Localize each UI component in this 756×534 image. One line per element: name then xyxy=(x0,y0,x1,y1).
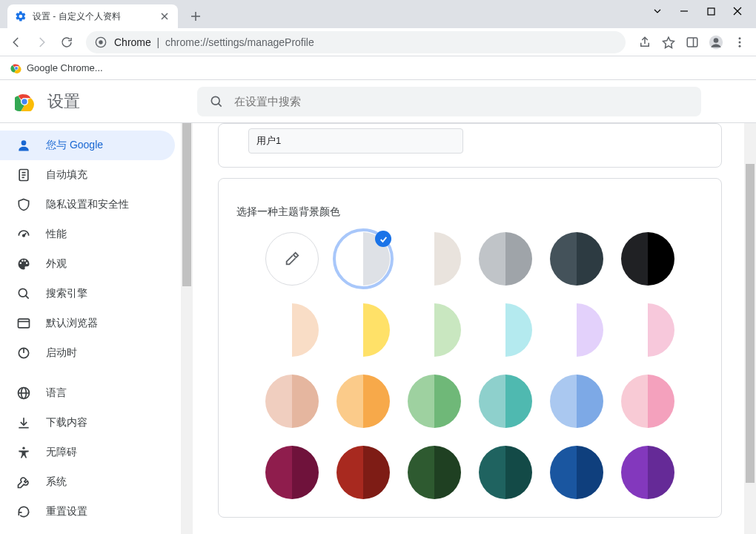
svg-rect-11 xyxy=(687,38,697,47)
bookmark-item[interactable]: Google Chrome... xyxy=(10,62,103,74)
forward-button[interactable] xyxy=(31,32,52,53)
profile-avatar-icon[interactable] xyxy=(706,32,726,53)
theme-section-title: 选择一种主题背景颜色 xyxy=(236,205,703,219)
svg-rect-35 xyxy=(19,319,30,328)
sidebar-item-label: 启动时 xyxy=(46,346,77,360)
download-icon xyxy=(16,415,31,430)
reload-button[interactable] xyxy=(56,32,77,53)
browser-menu-icon[interactable] xyxy=(729,32,750,53)
sidebar-item-a11y[interactable]: 无障碍 xyxy=(0,438,175,467)
theme-swatch[interactable] xyxy=(479,232,532,286)
sidebar-scrollbar[interactable] xyxy=(181,123,193,534)
sidebar-item-download[interactable]: 下载内容 xyxy=(0,408,175,438)
globe-icon xyxy=(16,386,31,400)
content-scrollbar-thumb[interactable] xyxy=(746,164,755,483)
minimize-button[interactable] xyxy=(679,7,689,16)
color-picker-swatch[interactable] xyxy=(265,232,319,286)
theme-swatch[interactable] xyxy=(621,446,674,499)
bookmark-star-icon[interactable] xyxy=(658,32,679,53)
sidebar-item-reset[interactable]: 重置设置 xyxy=(0,497,175,527)
site-info-icon[interactable] xyxy=(95,36,107,48)
settings-search-box[interactable] xyxy=(197,87,701,116)
sidebar-item-shield[interactable]: 隐私设置和安全性 xyxy=(0,190,175,220)
theme-swatch[interactable] xyxy=(336,303,390,357)
theme-swatch[interactable] xyxy=(408,446,461,499)
settings-sidebar: 您与 Google自动填充隐私设置和安全性性能外观搜索引擎默认浏览器启动时语言下… xyxy=(0,123,193,534)
bookmarks-bar: Google Chrome... xyxy=(0,56,756,80)
search-icon xyxy=(16,286,31,301)
sidebar-scrollbar-thumb[interactable] xyxy=(182,123,191,286)
theme-swatch[interactable] xyxy=(550,446,603,499)
theme-card: 选择一种主题背景颜色 xyxy=(218,178,722,518)
svg-point-26 xyxy=(21,140,27,145)
sidebar-item-autofill[interactable]: 自动填充 xyxy=(0,160,175,190)
svg-point-9 xyxy=(99,40,102,44)
close-button[interactable] xyxy=(732,7,743,16)
sidebar-item-power[interactable]: 启动时 xyxy=(0,338,175,368)
sidebar-item-label: 性能 xyxy=(46,228,67,241)
svg-point-33 xyxy=(19,289,27,297)
sidebar-item-label: 语言 xyxy=(46,386,67,400)
person-icon xyxy=(16,138,31,153)
svg-line-25 xyxy=(219,103,222,106)
sidebar-item-globe[interactable]: 语言 xyxy=(0,378,175,408)
chrome-icon xyxy=(10,62,22,74)
settings-content: 用户1 选择一种主题背景颜色 xyxy=(193,123,756,534)
theme-swatch[interactable] xyxy=(265,446,319,499)
reset-icon xyxy=(16,504,31,519)
theme-swatch[interactable] xyxy=(479,303,532,357)
sidebar-item-label: 默认浏览器 xyxy=(46,317,98,330)
sidebar-item-label: 无障碍 xyxy=(46,446,77,459)
theme-swatch[interactable] xyxy=(336,446,390,499)
theme-swatch[interactable] xyxy=(336,232,390,286)
shield-icon xyxy=(16,197,31,212)
theme-swatch[interactable] xyxy=(550,232,603,286)
sidebar-item-palette[interactable]: 外观 xyxy=(0,249,175,279)
sidebar-item-person[interactable]: 您与 Google xyxy=(0,131,175,160)
tab-close-icon[interactable] xyxy=(159,10,170,22)
theme-swatch[interactable] xyxy=(621,303,674,357)
profile-card: 用户1 xyxy=(218,123,722,168)
theme-swatch[interactable] xyxy=(479,375,532,428)
sidebar-item-wrench[interactable]: 系统 xyxy=(0,467,175,497)
address-bar[interactable]: Chrome | chrome://settings/manageProfile xyxy=(86,31,626,53)
theme-swatch[interactable] xyxy=(479,446,532,499)
browser-tab[interactable]: 设置 - 自定义个人资料 xyxy=(7,4,178,28)
svg-point-17 xyxy=(739,44,741,47)
chevron-down-icon[interactable] xyxy=(652,7,663,16)
power-icon xyxy=(16,346,31,360)
theme-swatch[interactable] xyxy=(621,375,674,428)
theme-swatch[interactable] xyxy=(265,375,319,428)
search-icon xyxy=(209,94,224,109)
share-icon[interactable] xyxy=(634,32,655,53)
maximize-button[interactable] xyxy=(706,7,716,16)
profile-name-input[interactable]: 用户1 xyxy=(248,128,463,154)
palette-icon xyxy=(16,257,31,271)
back-button[interactable] xyxy=(6,32,27,53)
new-tab-button[interactable] xyxy=(185,6,206,27)
svg-point-14 xyxy=(714,38,719,43)
sidebar-item-search[interactable]: 搜索引擎 xyxy=(0,279,175,309)
sidebar-item-browser[interactable]: 默认浏览器 xyxy=(0,309,175,338)
sidebar-item-label: 自动填充 xyxy=(46,168,87,182)
theme-swatch[interactable] xyxy=(550,375,603,428)
svg-point-24 xyxy=(211,96,219,105)
sidebar-item-label: 重置设置 xyxy=(46,505,87,518)
svg-point-44 xyxy=(22,447,24,449)
theme-swatch[interactable] xyxy=(621,232,674,286)
side-panel-icon[interactable] xyxy=(682,32,703,53)
sidebar-item-speed[interactable]: 性能 xyxy=(0,220,175,249)
theme-swatch[interactable] xyxy=(550,303,603,357)
eyedropper-icon xyxy=(284,251,300,267)
svg-line-34 xyxy=(26,296,29,299)
theme-swatch[interactable] xyxy=(408,303,461,357)
theme-swatch[interactable] xyxy=(265,303,319,357)
theme-swatch[interactable] xyxy=(408,232,461,286)
content-scrollbar[interactable] xyxy=(744,123,756,534)
theme-swatch[interactable] xyxy=(408,375,461,428)
svg-point-16 xyxy=(739,41,741,43)
theme-swatch[interactable] xyxy=(336,375,390,428)
settings-header: 设置 xyxy=(0,80,756,123)
settings-main: 您与 Google自动填充隐私设置和安全性性能外观搜索引擎默认浏览器启动时语言下… xyxy=(0,123,756,534)
settings-search-input[interactable] xyxy=(234,95,689,108)
